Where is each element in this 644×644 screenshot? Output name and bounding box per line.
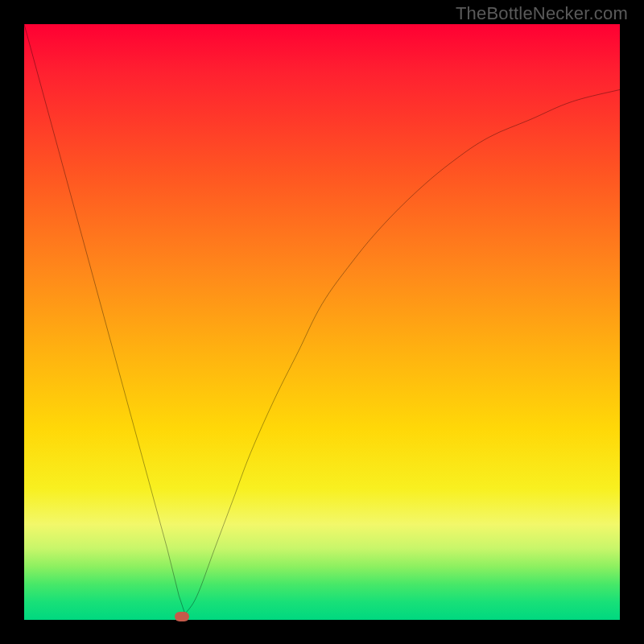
chart-frame: TheBottleNecker.com [0,0,644,644]
minimum-marker [175,612,189,621]
bottleneck-curve [24,24,620,620]
watermark-text: TheBottleNecker.com [456,3,628,24]
plot-area [24,24,620,620]
